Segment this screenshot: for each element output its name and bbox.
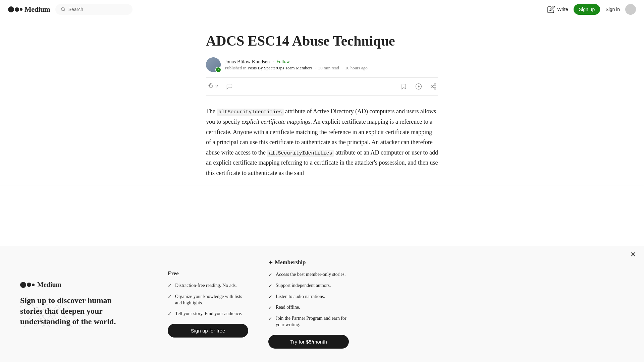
svg-point-4 bbox=[434, 84, 436, 85]
inline-code-2: altSecurityIdentities bbox=[267, 150, 334, 157]
bookmark-button[interactable] bbox=[399, 82, 409, 91]
badge-icon: ✓ bbox=[217, 68, 220, 71]
published-in-prefix: Published in bbox=[225, 65, 247, 70]
header-right: Write Sign up Sign in bbox=[547, 4, 636, 15]
para1-pre: The bbox=[206, 108, 217, 115]
signup-button[interactable]: Sign up bbox=[574, 4, 600, 15]
share-icon bbox=[430, 83, 437, 90]
inline-code-1: altSecurityIdentities bbox=[217, 109, 283, 116]
time-ago: 16 hours ago bbox=[345, 65, 368, 70]
actions-left: 2 bbox=[206, 82, 234, 91]
logo-text: Medium bbox=[24, 5, 50, 14]
write-button[interactable]: Write bbox=[547, 5, 568, 13]
comment-icon bbox=[226, 83, 233, 90]
actions-right bbox=[399, 82, 438, 91]
svg-point-6 bbox=[434, 88, 436, 89]
article-body: The altSecurityIdentities attribute of A… bbox=[206, 106, 438, 178]
clap-count: 2 bbox=[215, 84, 218, 89]
svg-marker-3 bbox=[418, 85, 420, 88]
search-bar[interactable] bbox=[55, 4, 132, 15]
share-button[interactable] bbox=[429, 82, 438, 91]
svg-line-7 bbox=[432, 87, 434, 88]
article-title: ADCS ESC14 Abuse Technique bbox=[206, 33, 438, 49]
bookmark-icon bbox=[400, 83, 407, 90]
publication-link[interactable]: Posts By SpecterOps Team Members bbox=[248, 65, 312, 70]
read-time: 30 min read bbox=[318, 65, 339, 70]
search-icon bbox=[61, 7, 65, 12]
search-input[interactable] bbox=[68, 7, 127, 12]
listen-button[interactable] bbox=[414, 82, 423, 91]
header-left: Medium bbox=[8, 4, 132, 15]
svg-point-5 bbox=[431, 86, 433, 87]
author-name-row: Jonas Bülow Knudsen · Follow bbox=[225, 59, 368, 65]
medium-logo[interactable]: Medium bbox=[8, 5, 50, 14]
meta-dot-2: · bbox=[341, 65, 342, 70]
clap-icon bbox=[207, 83, 214, 90]
clap-button[interactable]: 2 bbox=[206, 82, 219, 91]
comment-button[interactable] bbox=[225, 82, 234, 91]
author-name[interactable]: Jonas Bülow Knudsen bbox=[225, 59, 270, 65]
content-divider bbox=[0, 185, 644, 185]
write-icon bbox=[547, 5, 555, 13]
svg-point-0 bbox=[61, 8, 64, 11]
play-icon bbox=[415, 83, 422, 90]
svg-line-8 bbox=[432, 85, 434, 86]
separator: · bbox=[272, 59, 274, 65]
badge-inner: ✓ bbox=[216, 67, 221, 72]
meta-dot-1: · bbox=[315, 65, 316, 70]
author-avatar-wrap: ✓ bbox=[206, 57, 221, 72]
avatar[interactable] bbox=[625, 4, 636, 15]
logo-icon bbox=[8, 6, 22, 12]
svg-line-1 bbox=[64, 10, 65, 11]
author-row: ✓ Jonas Bülow Knudsen · Follow Published… bbox=[206, 57, 438, 72]
author-badge: ✓ bbox=[215, 67, 221, 73]
write-label: Write bbox=[557, 7, 568, 12]
italic-text: explicit certificate mappings bbox=[241, 118, 310, 125]
article-paragraph-1: The altSecurityIdentities attribute of A… bbox=[206, 106, 438, 178]
actions-bar: 2 bbox=[206, 77, 438, 96]
author-info: Jonas Bülow Knudsen · Follow Published i… bbox=[225, 59, 368, 71]
site-header: Medium Write Sign up Sign in bbox=[0, 0, 644, 19]
follow-button[interactable]: Follow bbox=[276, 59, 290, 64]
article-container: ADCS ESC14 Abuse Technique ✓ Jonas Bülow… bbox=[198, 19, 446, 178]
article-meta: Published in Posts By SpecterOps Team Me… bbox=[225, 65, 368, 71]
signin-button[interactable]: Sign in bbox=[605, 7, 620, 12]
